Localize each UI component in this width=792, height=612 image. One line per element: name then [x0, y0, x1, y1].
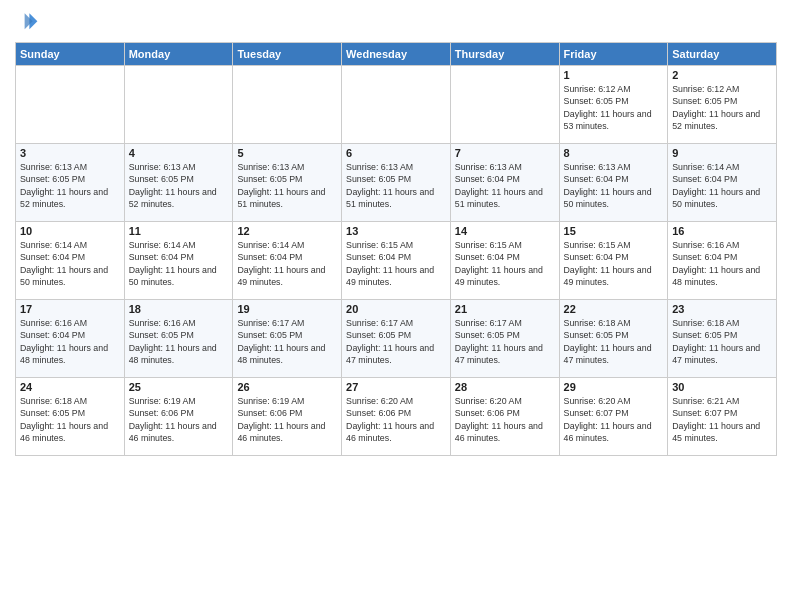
- day-of-week-header: Monday: [124, 43, 233, 66]
- day-info: Sunrise: 6:13 AMSunset: 6:05 PMDaylight:…: [346, 161, 446, 210]
- calendar-cell: 10Sunrise: 6:14 AMSunset: 6:04 PMDayligh…: [16, 222, 125, 300]
- day-number: 9: [672, 147, 772, 159]
- calendar-week-row: 1Sunrise: 6:12 AMSunset: 6:05 PMDaylight…: [16, 66, 777, 144]
- calendar-week-row: 10Sunrise: 6:14 AMSunset: 6:04 PMDayligh…: [16, 222, 777, 300]
- calendar-cell: 13Sunrise: 6:15 AMSunset: 6:04 PMDayligh…: [342, 222, 451, 300]
- calendar-cell: [233, 66, 342, 144]
- day-info: Sunrise: 6:13 AMSunset: 6:04 PMDaylight:…: [455, 161, 555, 210]
- day-number: 4: [129, 147, 229, 159]
- calendar-cell: [342, 66, 451, 144]
- day-number: 6: [346, 147, 446, 159]
- day-number: 5: [237, 147, 337, 159]
- calendar-cell: 7Sunrise: 6:13 AMSunset: 6:04 PMDaylight…: [450, 144, 559, 222]
- calendar-cell: 19Sunrise: 6:17 AMSunset: 6:05 PMDayligh…: [233, 300, 342, 378]
- calendar-cell: 6Sunrise: 6:13 AMSunset: 6:05 PMDaylight…: [342, 144, 451, 222]
- calendar-cell: 8Sunrise: 6:13 AMSunset: 6:04 PMDaylight…: [559, 144, 668, 222]
- calendar-cell: 22Sunrise: 6:18 AMSunset: 6:05 PMDayligh…: [559, 300, 668, 378]
- day-number: 20: [346, 303, 446, 315]
- header: [15, 10, 777, 34]
- day-info: Sunrise: 6:16 AMSunset: 6:04 PMDaylight:…: [672, 239, 772, 288]
- day-number: 8: [564, 147, 664, 159]
- day-info: Sunrise: 6:13 AMSunset: 6:05 PMDaylight:…: [129, 161, 229, 210]
- day-number: 3: [20, 147, 120, 159]
- day-number: 30: [672, 381, 772, 393]
- calendar-cell: 1Sunrise: 6:12 AMSunset: 6:05 PMDaylight…: [559, 66, 668, 144]
- logo-icon: [15, 10, 39, 34]
- calendar-cell: [450, 66, 559, 144]
- day-number: 17: [20, 303, 120, 315]
- day-info: Sunrise: 6:15 AMSunset: 6:04 PMDaylight:…: [346, 239, 446, 288]
- day-info: Sunrise: 6:19 AMSunset: 6:06 PMDaylight:…: [237, 395, 337, 444]
- day-info: Sunrise: 6:14 AMSunset: 6:04 PMDaylight:…: [129, 239, 229, 288]
- day-info: Sunrise: 6:18 AMSunset: 6:05 PMDaylight:…: [672, 317, 772, 366]
- day-info: Sunrise: 6:17 AMSunset: 6:05 PMDaylight:…: [346, 317, 446, 366]
- day-number: 21: [455, 303, 555, 315]
- day-info: Sunrise: 6:13 AMSunset: 6:04 PMDaylight:…: [564, 161, 664, 210]
- day-of-week-header: Thursday: [450, 43, 559, 66]
- day-info: Sunrise: 6:17 AMSunset: 6:05 PMDaylight:…: [455, 317, 555, 366]
- day-number: 23: [672, 303, 772, 315]
- calendar-cell: 5Sunrise: 6:13 AMSunset: 6:05 PMDaylight…: [233, 144, 342, 222]
- calendar-cell: 23Sunrise: 6:18 AMSunset: 6:05 PMDayligh…: [668, 300, 777, 378]
- day-info: Sunrise: 6:16 AMSunset: 6:05 PMDaylight:…: [129, 317, 229, 366]
- calendar-cell: 12Sunrise: 6:14 AMSunset: 6:04 PMDayligh…: [233, 222, 342, 300]
- calendar-cell: 15Sunrise: 6:15 AMSunset: 6:04 PMDayligh…: [559, 222, 668, 300]
- calendar-cell: 30Sunrise: 6:21 AMSunset: 6:07 PMDayligh…: [668, 378, 777, 456]
- day-of-week-header: Wednesday: [342, 43, 451, 66]
- day-info: Sunrise: 6:20 AMSunset: 6:07 PMDaylight:…: [564, 395, 664, 444]
- calendar: SundayMondayTuesdayWednesdayThursdayFrid…: [15, 42, 777, 456]
- calendar-cell: [124, 66, 233, 144]
- day-number: 1: [564, 69, 664, 81]
- day-number: 2: [672, 69, 772, 81]
- day-info: Sunrise: 6:14 AMSunset: 6:04 PMDaylight:…: [20, 239, 120, 288]
- calendar-cell: 25Sunrise: 6:19 AMSunset: 6:06 PMDayligh…: [124, 378, 233, 456]
- calendar-cell: 9Sunrise: 6:14 AMSunset: 6:04 PMDaylight…: [668, 144, 777, 222]
- page: SundayMondayTuesdayWednesdayThursdayFrid…: [0, 0, 792, 612]
- day-number: 11: [129, 225, 229, 237]
- calendar-cell: 28Sunrise: 6:20 AMSunset: 6:06 PMDayligh…: [450, 378, 559, 456]
- day-info: Sunrise: 6:12 AMSunset: 6:05 PMDaylight:…: [672, 83, 772, 132]
- calendar-cell: [16, 66, 125, 144]
- day-number: 18: [129, 303, 229, 315]
- day-number: 15: [564, 225, 664, 237]
- day-number: 14: [455, 225, 555, 237]
- day-info: Sunrise: 6:19 AMSunset: 6:06 PMDaylight:…: [129, 395, 229, 444]
- day-of-week-header: Sunday: [16, 43, 125, 66]
- calendar-cell: 3Sunrise: 6:13 AMSunset: 6:05 PMDaylight…: [16, 144, 125, 222]
- day-number: 27: [346, 381, 446, 393]
- day-info: Sunrise: 6:21 AMSunset: 6:07 PMDaylight:…: [672, 395, 772, 444]
- day-info: Sunrise: 6:13 AMSunset: 6:05 PMDaylight:…: [20, 161, 120, 210]
- calendar-header-row: SundayMondayTuesdayWednesdayThursdayFrid…: [16, 43, 777, 66]
- day-of-week-header: Tuesday: [233, 43, 342, 66]
- calendar-cell: 18Sunrise: 6:16 AMSunset: 6:05 PMDayligh…: [124, 300, 233, 378]
- calendar-cell: 27Sunrise: 6:20 AMSunset: 6:06 PMDayligh…: [342, 378, 451, 456]
- day-number: 13: [346, 225, 446, 237]
- day-info: Sunrise: 6:15 AMSunset: 6:04 PMDaylight:…: [564, 239, 664, 288]
- calendar-cell: 21Sunrise: 6:17 AMSunset: 6:05 PMDayligh…: [450, 300, 559, 378]
- day-info: Sunrise: 6:20 AMSunset: 6:06 PMDaylight:…: [346, 395, 446, 444]
- calendar-cell: 2Sunrise: 6:12 AMSunset: 6:05 PMDaylight…: [668, 66, 777, 144]
- calendar-cell: 26Sunrise: 6:19 AMSunset: 6:06 PMDayligh…: [233, 378, 342, 456]
- day-info: Sunrise: 6:18 AMSunset: 6:05 PMDaylight:…: [20, 395, 120, 444]
- calendar-cell: 24Sunrise: 6:18 AMSunset: 6:05 PMDayligh…: [16, 378, 125, 456]
- day-number: 26: [237, 381, 337, 393]
- day-info: Sunrise: 6:15 AMSunset: 6:04 PMDaylight:…: [455, 239, 555, 288]
- day-info: Sunrise: 6:20 AMSunset: 6:06 PMDaylight:…: [455, 395, 555, 444]
- day-number: 28: [455, 381, 555, 393]
- day-number: 25: [129, 381, 229, 393]
- calendar-week-row: 24Sunrise: 6:18 AMSunset: 6:05 PMDayligh…: [16, 378, 777, 456]
- calendar-cell: 29Sunrise: 6:20 AMSunset: 6:07 PMDayligh…: [559, 378, 668, 456]
- calendar-cell: 16Sunrise: 6:16 AMSunset: 6:04 PMDayligh…: [668, 222, 777, 300]
- day-info: Sunrise: 6:14 AMSunset: 6:04 PMDaylight:…: [672, 161, 772, 210]
- day-number: 10: [20, 225, 120, 237]
- day-number: 7: [455, 147, 555, 159]
- calendar-week-row: 17Sunrise: 6:16 AMSunset: 6:04 PMDayligh…: [16, 300, 777, 378]
- day-info: Sunrise: 6:13 AMSunset: 6:05 PMDaylight:…: [237, 161, 337, 210]
- calendar-cell: 20Sunrise: 6:17 AMSunset: 6:05 PMDayligh…: [342, 300, 451, 378]
- day-number: 16: [672, 225, 772, 237]
- calendar-cell: 11Sunrise: 6:14 AMSunset: 6:04 PMDayligh…: [124, 222, 233, 300]
- day-info: Sunrise: 6:18 AMSunset: 6:05 PMDaylight:…: [564, 317, 664, 366]
- day-info: Sunrise: 6:17 AMSunset: 6:05 PMDaylight:…: [237, 317, 337, 366]
- calendar-cell: 17Sunrise: 6:16 AMSunset: 6:04 PMDayligh…: [16, 300, 125, 378]
- calendar-cell: 4Sunrise: 6:13 AMSunset: 6:05 PMDaylight…: [124, 144, 233, 222]
